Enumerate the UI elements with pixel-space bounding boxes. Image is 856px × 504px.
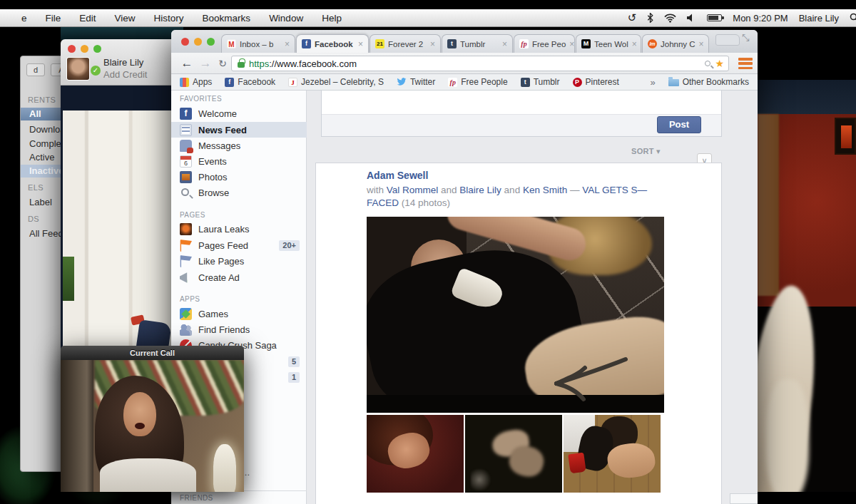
bookmark-freepeople[interactable]: fpFree People bbox=[448, 77, 507, 87]
bookmark-pinterest[interactable]: PPinterest bbox=[573, 77, 619, 87]
skype-titlebar[interactable]: ✓ Blaire Lily Add Credit bbox=[61, 39, 182, 86]
battery-icon[interactable] bbox=[707, 14, 722, 21]
back-button[interactable]: ← bbox=[178, 55, 195, 72]
sidebar-item-photos[interactable]: Photos bbox=[171, 170, 307, 185]
time-machine-icon[interactable]: ↺ bbox=[628, 11, 637, 24]
tab-close-icon[interactable]: × bbox=[358, 41, 363, 48]
album-link[interactable]: VAL GETS S— bbox=[582, 185, 647, 195]
tab-freepeople[interactable]: fp Free Peo × bbox=[514, 34, 575, 53]
tagged-person-link[interactable]: Ken Smith bbox=[523, 185, 567, 195]
menu-item-bookmarks[interactable]: Bookmarks bbox=[203, 13, 251, 24]
zoom-button[interactable] bbox=[207, 38, 215, 46]
bookmark-tumblr[interactable]: tTumblr bbox=[521, 77, 560, 87]
current-call-window[interactable]: Current Call bbox=[61, 346, 244, 492]
girl-shirt bbox=[100, 458, 196, 492]
bookmark-twitter[interactable]: Twitter bbox=[397, 77, 435, 87]
tagged-person-link[interactable]: Val Rommel bbox=[387, 185, 439, 195]
sidebar-item-find-friends[interactable]: Find Friends bbox=[171, 322, 307, 337]
tab-inbox[interactable]: M Inbox – b × bbox=[221, 34, 295, 53]
avatar[interactable] bbox=[322, 169, 357, 205]
chrome-menu-icon[interactable] bbox=[738, 58, 753, 69]
sidebar-item-like-pages[interactable]: Like Pages bbox=[171, 254, 307, 269]
tab-close-icon[interactable]: × bbox=[285, 41, 290, 48]
close-button[interactable] bbox=[181, 38, 189, 46]
tab-close-icon[interactable]: × bbox=[430, 41, 435, 48]
browser-window[interactable]: M Inbox – b × f Facebook × 21 Forever 2 … bbox=[171, 30, 758, 504]
menu-item-file[interactable]: File bbox=[46, 13, 61, 24]
post-photo-thumb[interactable] bbox=[564, 415, 661, 493]
menu-item-window[interactable]: Window bbox=[269, 13, 303, 24]
news-feed-column: Post SORT ▾ ∨ Adam Sewell with Val Romme… bbox=[307, 91, 758, 504]
facebook-icon: f bbox=[302, 39, 311, 48]
minimize-button[interactable] bbox=[194, 38, 202, 46]
menu-item-help[interactable]: Help bbox=[322, 13, 342, 24]
minimize-button[interactable] bbox=[81, 45, 88, 53]
post-author-link[interactable]: Adam Sewell bbox=[367, 170, 428, 181]
zoom-button[interactable] bbox=[93, 45, 101, 53]
menu-item-edit[interactable]: Edit bbox=[79, 13, 96, 24]
bookmark-jezebel[interactable]: JJezebel – Celebrity, S bbox=[288, 77, 384, 87]
add-credit-link[interactable]: Add Credit bbox=[103, 69, 147, 80]
post-button[interactable]: Post bbox=[657, 116, 701, 133]
sidebar-item-news-feed[interactable]: News Feed bbox=[171, 122, 307, 138]
sidebar-item-browse[interactable]: Browse bbox=[171, 185, 307, 200]
window-resize-icon[interactable]: ⤡ bbox=[742, 32, 749, 43]
tab-forever21[interactable]: 21 Forever 2 × bbox=[370, 34, 441, 53]
tab-close-icon[interactable]: × bbox=[632, 41, 637, 48]
bookmarks-overflow-chevron[interactable]: » bbox=[650, 77, 655, 88]
bluetooth-icon[interactable] bbox=[647, 13, 653, 23]
skype-user-name: Blaire Lily bbox=[103, 57, 143, 68]
tab-facebook[interactable]: f Facebook × bbox=[296, 34, 369, 53]
forward-button[interactable]: → bbox=[197, 55, 214, 72]
picture-frame-art bbox=[841, 125, 852, 148]
menu-clock[interactable]: Mon 9:20 PM bbox=[733, 13, 788, 24]
sidebar-item-messages[interactable]: Messages bbox=[171, 138, 307, 153]
lastfm-icon: lm bbox=[648, 39, 657, 48]
sidebar-item-create-ad[interactable]: Create Ad bbox=[171, 270, 307, 285]
new-tab-button[interactable] bbox=[715, 34, 740, 46]
address-bar[interactable]: https://www.facebook.com ★ bbox=[231, 56, 729, 71]
favorites-header: FAVORITES bbox=[180, 95, 222, 103]
tab-teenwolf[interactable]: M Teen Wol × bbox=[576, 34, 641, 53]
sidebar-item-pages-feed[interactable]: Pages Feed20+ bbox=[171, 238, 307, 253]
tagged-person-link[interactable]: Blaire Lily bbox=[459, 185, 501, 195]
torrent-section-header: DS bbox=[28, 215, 39, 223]
search-icon[interactable] bbox=[705, 61, 710, 66]
sidebar-item-events[interactable]: 6Events bbox=[171, 154, 307, 169]
tab-johnny[interactable]: lm Johnny C × bbox=[642, 34, 709, 53]
games-cube-icon bbox=[180, 308, 192, 320]
bookmark-apps[interactable]: Apps bbox=[180, 77, 212, 87]
status-composer[interactable]: Post bbox=[321, 91, 722, 137]
post-photo-thumb[interactable] bbox=[367, 415, 464, 493]
sidebar-item-welcome[interactable]: fWelcome bbox=[171, 106, 307, 121]
tab-close-icon[interactable]: × bbox=[699, 41, 704, 48]
close-button[interactable] bbox=[68, 45, 76, 53]
album-link[interactable]: FACED bbox=[367, 197, 399, 208]
chat-bottom-bar[interactable] bbox=[730, 493, 758, 504]
wifi-icon[interactable] bbox=[664, 14, 676, 23]
post-photo-large[interactable] bbox=[367, 217, 664, 413]
torrent-toolbar-button[interactable]: d bbox=[26, 63, 45, 76]
spotlight-icon[interactable] bbox=[850, 13, 856, 23]
tab-close-icon[interactable]: × bbox=[502, 41, 507, 48]
menu-item-partial[interactable]: e bbox=[21, 13, 27, 24]
pinterest-icon: P bbox=[573, 78, 582, 87]
reload-button[interactable]: ↻ bbox=[214, 55, 231, 72]
facebook-f-icon: f bbox=[180, 108, 192, 120]
call-titlebar[interactable]: Current Call bbox=[61, 346, 244, 360]
menu-user-name[interactable]: Blaire Lily bbox=[799, 13, 839, 24]
sidebar-item-games[interactable]: Games bbox=[171, 307, 307, 322]
sort-dropdown[interactable]: SORT ▾ bbox=[631, 147, 661, 156]
volume-icon[interactable] bbox=[687, 14, 696, 22]
bookmark-facebook[interactable]: fFacebook bbox=[225, 77, 275, 87]
wood-pillar bbox=[758, 114, 779, 296]
other-bookmarks[interactable]: Other Bookmarks bbox=[668, 77, 749, 87]
tab-close-icon[interactable]: × bbox=[569, 41, 574, 48]
bookmark-star-icon[interactable]: ★ bbox=[715, 58, 724, 69]
menu-item-view[interactable]: View bbox=[115, 13, 136, 24]
torrent-section-header: ELS bbox=[28, 183, 44, 192]
sidebar-item-laura-leaks[interactable]: Laura Leaks bbox=[171, 222, 307, 237]
post-photo-thumb[interactable] bbox=[465, 415, 562, 493]
menu-item-history[interactable]: History bbox=[154, 13, 184, 24]
tab-tumblr[interactable]: t Tumblr × bbox=[442, 34, 513, 53]
